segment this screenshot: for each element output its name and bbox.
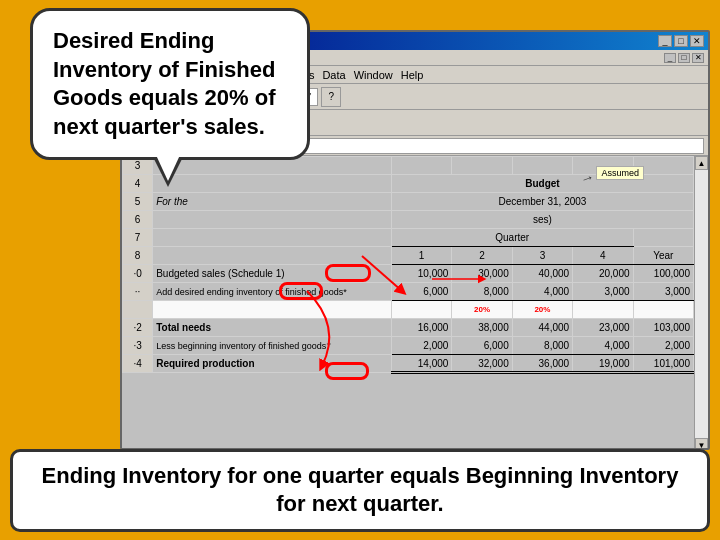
- row-num: 7: [123, 229, 153, 247]
- sheet-main: Assumed → 3: [122, 156, 694, 450]
- inner-minimize-button[interactable]: _: [664, 53, 676, 63]
- cell-rprod-q4[interactable]: 19,000: [573, 355, 633, 373]
- cell-cdef5: December 31, 2003: [391, 193, 693, 211]
- inner-maximize-button[interactable]: □: [678, 53, 690, 63]
- col-1: 1: [391, 247, 451, 265]
- speech-bubble-text: Desired Ending Inventory of Finished Goo…: [53, 28, 276, 139]
- cell-b4[interactable]: [153, 175, 392, 193]
- cell-e-percent: 20%: [512, 301, 572, 319]
- cell-cdef6: ses): [391, 211, 693, 229]
- row-label-budgeted-sales: Budgeted sales (Schedule 1): [153, 265, 392, 283]
- cell-f-percent: [573, 301, 633, 319]
- cell-c-percent: [391, 301, 451, 319]
- spreadsheet-area: Assumed → 3: [122, 156, 708, 450]
- vertical-scrollbar[interactable]: ▲ ▼: [694, 156, 708, 450]
- table-row: ·2 Total needs 16,000 38,000 44,000 23,0…: [123, 319, 694, 337]
- cell-rprod-q1[interactable]: 14,000: [391, 355, 451, 373]
- cell-sales-q4[interactable]: 20,000: [573, 265, 633, 283]
- col-3: 3: [512, 247, 572, 265]
- menu-window[interactable]: Window: [354, 69, 393, 81]
- cell-sales-q1[interactable]: 10,000: [391, 265, 451, 283]
- cell-h7: [633, 229, 693, 247]
- row-num: ··: [123, 283, 153, 301]
- speech-bubble: Desired Ending Inventory of Finished Goo…: [30, 8, 310, 160]
- maximize-button[interactable]: □: [674, 35, 688, 47]
- cell-b6: [153, 211, 392, 229]
- cell-binv-q4[interactable]: 4,000: [573, 337, 633, 355]
- cell-tneed-q2[interactable]: 38,000: [452, 319, 512, 337]
- col-4: 4: [573, 247, 633, 265]
- cell-d-percent: 20%: [452, 301, 512, 319]
- close-button[interactable]: ✕: [690, 35, 704, 47]
- cell-tneed-q4[interactable]: 23,000: [573, 319, 633, 337]
- table-row: ·3 Less beginning inventory of finished …: [123, 337, 694, 355]
- cell-sales-year[interactable]: 100,000: [633, 265, 693, 283]
- menu-help[interactable]: Help: [401, 69, 424, 81]
- table-row: 6 ses): [123, 211, 694, 229]
- cell-e3[interactable]: [512, 157, 572, 175]
- row-label-req-prod: Required production: [153, 355, 392, 373]
- scroll-up-button[interactable]: ▲: [695, 156, 708, 170]
- row-num: 4: [123, 175, 153, 193]
- cell-b-percent: [153, 301, 392, 319]
- cell-binv-q3[interactable]: 8,000: [512, 337, 572, 355]
- cell-b7: [153, 229, 392, 247]
- caption-box: Ending Inventory for one quarter equals …: [10, 449, 710, 532]
- row-num: ·3: [123, 337, 153, 355]
- cell-binv-q1[interactable]: 2,000: [391, 337, 451, 355]
- cell-rprod-q3[interactable]: 36,000: [512, 355, 572, 373]
- caption-text: Ending Inventory for one quarter equals …: [42, 463, 679, 517]
- table-row: ·· Add desired ending inventory of finis…: [123, 283, 694, 301]
- table-row: 8 1 2 3 4 Year: [123, 247, 694, 265]
- row-num-percent: [123, 301, 153, 319]
- row-num: 8: [123, 247, 153, 265]
- cell-einv-q2[interactable]: 8,000: [452, 283, 512, 301]
- cell-einv-q1[interactable]: 6,000: [391, 283, 451, 301]
- inner-close-button[interactable]: ✕: [692, 53, 704, 63]
- cell-einv-year[interactable]: 3,000: [633, 283, 693, 301]
- cell-rprod-q2[interactable]: 32,000: [452, 355, 512, 373]
- row-num: ·4: [123, 355, 153, 373]
- cell-sales-q3[interactable]: 40,000: [512, 265, 572, 283]
- cell-einv-q3[interactable]: 4,000: [512, 283, 572, 301]
- table-row: ·4 Required production 14,000 32,000 36,…: [123, 355, 694, 373]
- cell-sales-q2[interactable]: 30,000: [452, 265, 512, 283]
- slide-container: Desired Ending Inventory of Finished Goo…: [0, 0, 720, 540]
- row-num: ·2: [123, 319, 153, 337]
- cell-g-percent: [633, 301, 693, 319]
- cell-binv-year[interactable]: 2,000: [633, 337, 693, 355]
- scroll-track[interactable]: [695, 170, 708, 438]
- cell-einv-q4[interactable]: 3,000: [573, 283, 633, 301]
- row-num: 6: [123, 211, 153, 229]
- cell-tneed-year[interactable]: 103,000: [633, 319, 693, 337]
- cell-c3[interactable]: [391, 157, 451, 175]
- help-icon[interactable]: ?: [321, 87, 341, 107]
- titlebar-buttons: _ □ ✕: [658, 35, 704, 47]
- col-2: 2: [452, 247, 512, 265]
- quarter-header: Quarter: [391, 229, 633, 247]
- table-row: 7 Quarter: [123, 229, 694, 247]
- row-num: 5: [123, 193, 153, 211]
- spreadsheet-table: 3 4 Budget: [122, 156, 694, 374]
- row-num: ·0: [123, 265, 153, 283]
- cell-binv-q2[interactable]: 6,000: [452, 337, 512, 355]
- table-row: ·0 Budgeted sales (Schedule 1) 10,000 30…: [123, 265, 694, 283]
- table-row-percent: 20% 20%: [123, 301, 694, 319]
- row-label-total-needs: Total needs: [153, 319, 392, 337]
- row-label-ending-inv: Add desired ending inventory of finished…: [153, 283, 392, 301]
- cell-rprod-year[interactable]: 101,000: [633, 355, 693, 373]
- cell-tneed-q1[interactable]: 16,000: [391, 319, 451, 337]
- budget-title: Budget: [391, 175, 693, 193]
- cell-b5: For the: [153, 193, 392, 211]
- row-label-beg-inv: Less beginning inventory of finished goo…: [153, 337, 392, 355]
- minimize-button[interactable]: _: [658, 35, 672, 47]
- menu-data[interactable]: Data: [322, 69, 345, 81]
- table-row: 5 For the December 31, 2003: [123, 193, 694, 211]
- cell-d3[interactable]: [452, 157, 512, 175]
- cell-tneed-q3[interactable]: 44,000: [512, 319, 572, 337]
- assumed-label: Assumed: [596, 166, 644, 180]
- col-year: Year: [633, 247, 693, 265]
- cell-b8: [153, 247, 392, 265]
